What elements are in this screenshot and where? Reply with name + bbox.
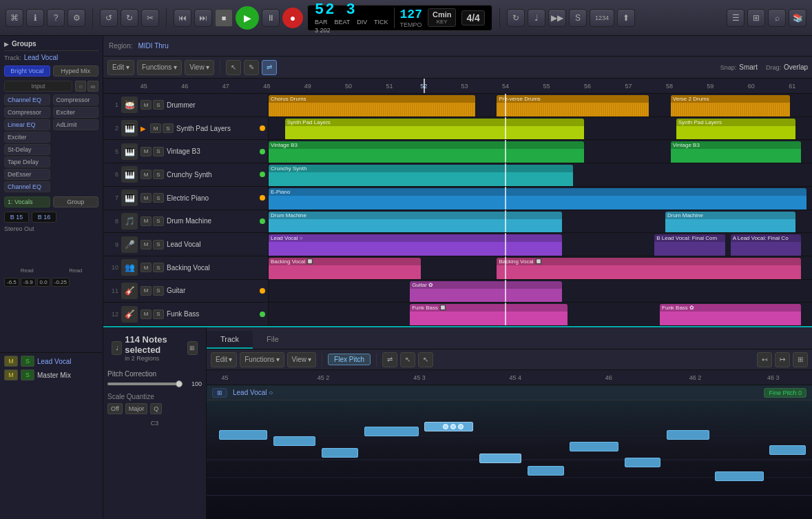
track-solo-2[interactable]: S <box>163 123 174 133</box>
plugin-linear-eq[interactable]: Linear EQ <box>4 119 50 130</box>
handle-2[interactable] <box>450 424 456 429</box>
track-solo-5[interactable]: S <box>153 147 164 156</box>
lower-expand[interactable]: ⊞ <box>793 352 808 367</box>
functions-menu-btn[interactable]: Functions ▾ <box>137 60 182 75</box>
track-mute-11[interactable]: M <box>140 286 152 296</box>
track-solo-9[interactable]: S <box>153 240 164 250</box>
track-solo-11[interactable]: S <box>153 286 164 296</box>
metronome-icon[interactable]: ♩ <box>528 9 545 27</box>
track-mute-6[interactable]: M <box>140 170 152 179</box>
notes-copy-btn[interactable]: ⊞ <box>187 341 198 355</box>
mute-btn-left[interactable]: M <box>4 356 18 367</box>
region-verse2-drums[interactable]: Verse 2 Drums <box>671 95 791 116</box>
track-mute-12[interactable]: M <box>140 309 152 319</box>
track-content-drum-machine[interactable]: Drum Machine Drum Machine <box>269 210 812 233</box>
apple-icon[interactable]: ⌘ <box>6 9 23 27</box>
mixer-icon[interactable]: ⊞ <box>747 9 765 27</box>
region-header-btn[interactable]: ⊞ <box>212 388 227 398</box>
region-drum-machine-2[interactable]: Drum Machine <box>665 212 795 233</box>
track-mute-8[interactable]: M <box>140 216 152 226</box>
plugin-exciter-2[interactable]: Exciter <box>53 107 99 118</box>
forward-button[interactable]: ⏭ <box>194 9 212 27</box>
pitch-note-3[interactable] <box>322 448 358 458</box>
master-icon[interactable]: ⬆ <box>617 9 635 27</box>
tool-pencil[interactable]: ✎ <box>244 60 259 75</box>
send-1[interactable]: 1: Vocals <box>4 196 50 207</box>
track-solo-8[interactable]: S <box>153 216 164 226</box>
count-in-icon[interactable]: ▶▶ <box>548 9 566 27</box>
scale-off-selector[interactable]: Off <box>107 403 123 414</box>
track-content-guitar[interactable]: Guitar ✿ <box>269 280 812 303</box>
track-solo-10[interactable]: S <box>153 263 164 272</box>
track-mute-10[interactable]: M <box>140 263 152 272</box>
plugin-deesser[interactable]: DeEsser <box>4 169 50 180</box>
lower-edit-btn[interactable]: Edit ▾ <box>211 352 237 367</box>
pitch-correction-handle[interactable] <box>176 380 183 387</box>
stop-button[interactable]: ■ <box>215 9 233 27</box>
track-mute-7[interactable]: M <box>140 193 152 203</box>
io-btn-2[interactable]: ∞ <box>87 81 98 92</box>
input-selector[interactable]: Input <box>4 81 72 92</box>
loop-icon[interactable]: ↻ <box>507 9 525 27</box>
region-crunchy[interactable]: Crunchy Synth <box>269 165 573 186</box>
search-icon[interactable]: ⌕ <box>768 9 786 27</box>
pitch-canvas[interactable] <box>207 400 812 519</box>
group-btn[interactable]: Group <box>53 196 99 207</box>
time-number[interactable]: 1234 <box>590 9 614 27</box>
solo-btn-right[interactable]: S <box>21 369 34 380</box>
region-synth-2[interactable]: Synth Pad Layers <box>676 119 796 140</box>
lower-tool-1[interactable]: ⇌ <box>382 352 397 367</box>
track-mute-9[interactable]: M <box>140 240 152 250</box>
pause-button[interactable]: ⏸ <box>262 9 280 27</box>
pitch-note-1[interactable] <box>219 430 267 440</box>
lower-tool-3[interactable]: ↖ <box>418 352 433 367</box>
plugin-channel-eq[interactable]: Channel EQ <box>4 94 50 105</box>
plugin-channel-eq-2[interactable]: Channel EQ <box>4 181 50 192</box>
tool-flex[interactable]: ⇌ <box>262 60 277 75</box>
track-mute-5[interactable]: M <box>140 147 152 156</box>
pitch-note-8[interactable] <box>570 442 618 451</box>
pitch-note-4[interactable] <box>364 427 419 436</box>
info-icon[interactable]: ℹ <box>26 9 44 27</box>
plugin-compressor-2[interactable]: Compressor <box>53 94 99 105</box>
plugin-adlimit[interactable]: AdLimit <box>53 119 99 130</box>
track-content-lead-vocal[interactable]: Lead Vocal ○ B Lead Vocal: Final Com A L… <box>269 233 812 256</box>
settings-icon[interactable]: ⚙ <box>67 9 85 27</box>
pitch-correction-slider[interactable] <box>107 383 183 385</box>
track-content-funk-bass[interactable]: Funk Bass 🔲 Funk Bass ✿ <box>269 303 812 325</box>
track-content-vintage[interactable]: Vintage B3 Vintage B3 <box>269 140 812 163</box>
plugin-tape-delay[interactable]: Tape Delay <box>4 156 50 167</box>
edit-menu-btn[interactable]: Edit ▾ <box>107 60 134 75</box>
region-vintage-2[interactable]: Vintage B3 <box>671 141 801 163</box>
pitch-note-6[interactable] <box>479 454 522 463</box>
track-content-crunchy[interactable]: Crunchy Synth <box>269 163 812 186</box>
track-content-drummer[interactable]: Chorus Drums Pre-verse Drums Verse 2 Dru… <box>269 94 812 116</box>
hyped-mix-label[interactable]: Hyped Mix <box>53 65 99 77</box>
pitch-note-11[interactable] <box>715 471 763 481</box>
region-guitar[interactable]: Guitar ✿ <box>410 281 562 303</box>
mute-btn-right[interactable]: M <box>4 369 18 380</box>
library-icon[interactable]: 📚 <box>789 9 806 27</box>
lower-tool-2[interactable]: ↖ <box>400 352 415 367</box>
region-funk-bass-2[interactable]: Funk Bass ✿ <box>660 304 801 325</box>
play-button[interactable]: ▶ <box>236 6 259 30</box>
plugin-st-delay[interactable]: St-Delay <box>4 144 50 155</box>
region-backing-vocal-2[interactable]: Backing Vocal 🔲 <box>497 258 801 279</box>
plugin-exciter[interactable]: Exciter <box>4 132 50 143</box>
handle-1[interactable] <box>443 424 448 429</box>
groups-toggle[interactable]: ▶ <box>4 41 9 48</box>
track-content-synth[interactable]: Synth Pad Layers Synth Pad Layers <box>269 117 812 140</box>
tab-file[interactable]: File <box>253 331 293 349</box>
cut-icon[interactable]: ✂ <box>141 9 159 27</box>
track-mute-1[interactable]: M <box>140 100 152 110</box>
pitch-note-2[interactable] <box>273 436 316 446</box>
rewind-button[interactable]: ⏮ <box>174 9 191 27</box>
pitch-note-10[interactable] <box>667 430 709 440</box>
region-lead-vocal-3[interactable]: A Lead Vocal: Final Co <box>731 234 802 256</box>
io-btn-1[interactable]: ○ <box>75 81 86 92</box>
region-drum-machine-1[interactable]: Drum Machine <box>269 212 562 233</box>
play-icon-2[interactable]: ▶ <box>140 125 146 132</box>
scale-q-btn[interactable]: Q <box>150 403 162 414</box>
plugin-compressor[interactable]: Compressor <box>4 107 50 118</box>
region-lead-vocal-1[interactable]: Lead Vocal ○ <box>269 234 562 256</box>
